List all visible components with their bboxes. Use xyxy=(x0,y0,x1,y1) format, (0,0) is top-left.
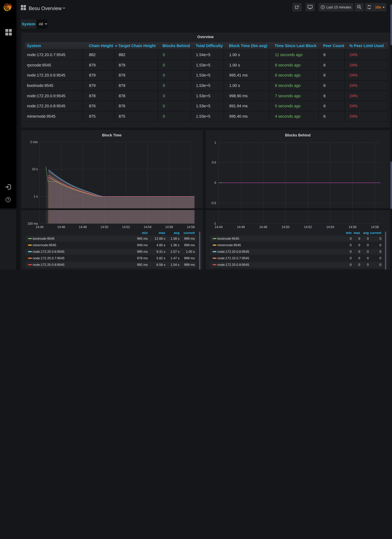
svg-text:100 ms: 100 ms xyxy=(28,222,38,225)
svg-text:14:46: 14:46 xyxy=(237,225,245,229)
svg-text:14:50: 14:50 xyxy=(282,225,290,229)
svg-text:14:44: 14:44 xyxy=(36,225,43,229)
svg-text:-0.5: -0.5 xyxy=(211,201,216,205)
svg-text:-1: -1 xyxy=(213,221,216,225)
svg-text:14:54: 14:54 xyxy=(143,225,151,229)
svg-text:1 s: 1 s xyxy=(33,194,38,198)
svg-text:0.5: 0.5 xyxy=(212,161,216,164)
svg-text:?: ? xyxy=(7,198,9,202)
svg-text:14:48: 14:48 xyxy=(259,225,267,229)
svg-text:14:46: 14:46 xyxy=(57,225,65,229)
svg-text:14:52: 14:52 xyxy=(122,225,130,229)
svg-text:14:52: 14:52 xyxy=(304,225,312,229)
svg-text:14:56: 14:56 xyxy=(165,225,173,229)
svg-text:14:58: 14:58 xyxy=(371,225,379,229)
svg-text:14:44: 14:44 xyxy=(215,225,223,229)
svg-text:14:56: 14:56 xyxy=(349,225,356,229)
svg-text:14:50: 14:50 xyxy=(100,225,108,229)
svg-text:14:54: 14:54 xyxy=(326,225,334,229)
svg-text:2 min: 2 min xyxy=(30,140,38,144)
svg-text:1: 1 xyxy=(214,141,216,144)
svg-text:0: 0 xyxy=(214,181,216,184)
svg-text:14:48: 14:48 xyxy=(79,225,86,229)
svg-text:14:58: 14:58 xyxy=(186,225,195,229)
svg-text:10 s: 10 s xyxy=(32,167,38,171)
